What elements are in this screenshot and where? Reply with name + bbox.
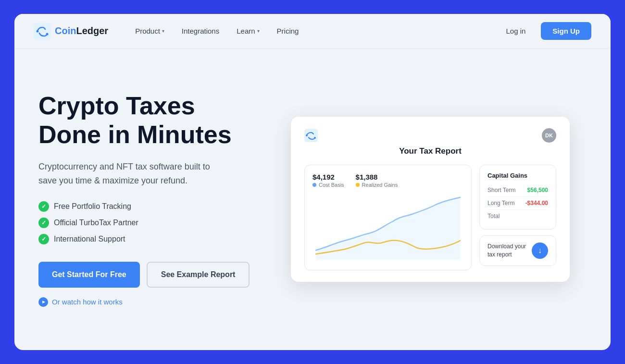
cg-row-short-term: Short Term $56,500 <box>488 184 548 197</box>
feature-label-3: International Support <box>54 235 125 243</box>
play-icon <box>38 297 48 307</box>
cg-long-term-value: -$344.00 <box>525 200 548 206</box>
features-list: Free Portfolio Tracking Official TurboTa… <box>38 201 255 244</box>
realized-gains-label: Realized Gains <box>356 182 398 188</box>
chart-area: $4,192 Cost Basis $1,388 Real <box>304 165 472 270</box>
stat-realized-gains: $1,388 Realized Gains <box>356 173 398 188</box>
logo[interactable]: CoinLedger <box>34 23 108 40</box>
cost-basis-dot <box>312 183 316 187</box>
cg-short-term-label: Short Term <box>488 187 515 194</box>
svg-point-1 <box>37 30 39 32</box>
chevron-down-icon: ▾ <box>162 28 164 34</box>
feature-item-2: Official TurboTax Partner <box>38 218 255 228</box>
see-example-button[interactable]: See Example Report <box>147 262 250 288</box>
nav-right: Log in Sign Up <box>496 22 591 40</box>
chevron-down-icon: ▾ <box>257 28 260 34</box>
left-panel: Crypto Taxes Done in Minutes Cryptocurre… <box>38 58 255 336</box>
capital-gains-title: Capital Gains <box>488 172 548 179</box>
check-icon <box>38 218 49 228</box>
login-button[interactable]: Log in <box>496 23 535 39</box>
download-button[interactable] <box>532 243 548 259</box>
feature-item-1: Free Portfolio Tracking <box>38 201 255 212</box>
main-container: CoinLedger Product ▾ Integrations Learn … <box>14 14 611 350</box>
cg-long-term-label: Long Term <box>488 200 514 206</box>
main-content: Crypto Taxes Done in Minutes Cryptocurre… <box>14 49 611 350</box>
download-card: Download your tax report <box>479 235 556 266</box>
nav-item-product[interactable]: Product ▾ <box>127 23 172 39</box>
cg-row-long-term: Long Term -$344.00 <box>488 197 548 210</box>
signup-button[interactable]: Sign Up <box>541 22 591 40</box>
svg-point-2 <box>46 33 49 35</box>
svg-point-5 <box>314 137 316 139</box>
cg-short-term-value: $56,500 <box>527 187 548 194</box>
watch-label: Or watch how it works <box>52 298 123 306</box>
capital-gains-panel: Capital Gains Short Term $56,500 Long Te… <box>479 165 556 270</box>
avatar: DK <box>542 128 556 143</box>
cost-basis-value: $4,192 <box>312 173 344 181</box>
hero-subtitle: Cryptocurrency and NFT tax software buil… <box>38 160 226 188</box>
coinledger-logo-icon <box>34 23 51 40</box>
right-panel: DK Your Tax Report $4,192 Cost Basis <box>274 58 587 336</box>
capital-gains-card: Capital Gains Short Term $56,500 Long Te… <box>479 165 556 230</box>
card-logo-icon <box>304 129 318 142</box>
feature-item-3: International Support <box>38 234 255 244</box>
stat-cost-basis: $4,192 Cost Basis <box>312 173 344 188</box>
chart-stats: $4,192 Cost Basis $1,388 Real <box>312 173 463 188</box>
get-started-button[interactable]: Get Started For Free <box>38 262 140 288</box>
tax-report-card: DK Your Tax Report $4,192 Cost Basis <box>291 117 570 282</box>
nav-item-pricing[interactable]: Pricing <box>269 23 307 39</box>
nav-item-learn[interactable]: Learn ▾ <box>229 23 267 39</box>
card-title: Your Tax Report <box>304 146 556 156</box>
logo-text: CoinLedger <box>55 25 108 36</box>
svg-point-4 <box>306 134 308 136</box>
realized-gains-value: $1,388 <box>356 173 398 181</box>
cost-basis-label: Cost Basis <box>312 182 344 188</box>
card-header: DK <box>304 128 556 143</box>
cta-buttons: Get Started For Free See Example Report <box>38 262 255 288</box>
download-text: Download your tax report <box>488 243 528 259</box>
card-body: $4,192 Cost Basis $1,388 Real <box>304 165 556 270</box>
nav-item-integrations[interactable]: Integrations <box>174 23 227 39</box>
feature-label-2: Official TurboTax Partner <box>54 218 138 227</box>
cg-total-label: Total <box>488 213 500 219</box>
cg-row-total: Total <box>488 210 548 222</box>
navbar: CoinLedger Product ▾ Integrations Learn … <box>14 14 611 49</box>
check-icon <box>38 201 49 212</box>
nav-links: Product ▾ Integrations Learn ▾ Pricing <box>127 23 496 39</box>
svg-rect-0 <box>34 23 51 40</box>
chart-svg <box>312 193 463 260</box>
feature-label-1: Free Portfolio Tracking <box>54 202 131 211</box>
hero-title: Crypto Taxes Done in Minutes <box>38 92 255 149</box>
check-icon <box>38 234 49 244</box>
watch-link[interactable]: Or watch how it works <box>38 297 255 307</box>
realized-gains-dot <box>356 183 360 187</box>
